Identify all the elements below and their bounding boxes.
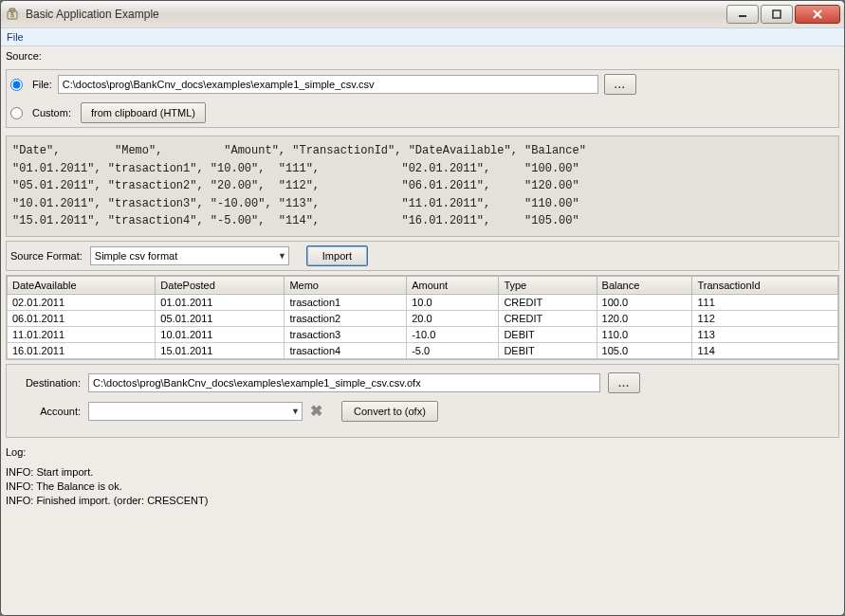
source-file-radio[interactable] bbox=[10, 79, 23, 91]
source-custom-radio[interactable] bbox=[10, 107, 23, 119]
column-header[interactable]: DateAvailable bbox=[8, 276, 156, 294]
table-row[interactable]: 06.01.201105.01.2011trasaction220.0CREDI… bbox=[8, 310, 838, 326]
column-header[interactable]: Memo bbox=[285, 276, 407, 294]
table-cell: 02.01.2011 bbox=[8, 294, 156, 310]
log-line: INFO: Finished import. (order: CRESCENT) bbox=[6, 494, 839, 508]
table-row[interactable]: 11.01.201110.01.2011trasaction3-10.0DEBI… bbox=[8, 326, 838, 342]
results-table-wrap: DateAvailableDatePostedMemoAmountTypeBal… bbox=[6, 275, 839, 360]
destination-label: Destination: bbox=[14, 377, 81, 389]
destination-input[interactable] bbox=[88, 373, 600, 392]
table-cell: -5.0 bbox=[407, 342, 499, 358]
source-format-value: Simple csv format bbox=[95, 250, 177, 262]
destination-panel: Destination: ... Account: ▼ ✖ Convert to… bbox=[6, 364, 839, 438]
table-cell: 16.01.2011 bbox=[8, 342, 156, 358]
column-header[interactable]: Type bbox=[499, 276, 597, 294]
source-format-label: Source Format: bbox=[10, 250, 83, 262]
app-icon: $ bbox=[5, 7, 20, 22]
account-label: Account: bbox=[14, 406, 81, 417]
minimize-button[interactable] bbox=[726, 5, 759, 24]
chevron-down-icon: ▼ bbox=[278, 251, 286, 261]
table-cell: 112 bbox=[692, 310, 838, 326]
table-cell: 100.0 bbox=[597, 294, 692, 310]
table-cell: trasaction3 bbox=[285, 326, 407, 342]
source-preview: "Date", "Memo", "Amount", "TransactionId… bbox=[6, 136, 839, 237]
table-cell: DEBIT bbox=[499, 342, 597, 358]
table-cell: 110.0 bbox=[597, 326, 692, 342]
from-clipboard-button[interactable]: from clipboard (HTML) bbox=[81, 102, 206, 123]
table-cell: DEBIT bbox=[499, 326, 597, 342]
source-label: Source: bbox=[6, 50, 839, 62]
table-cell: 10.0 bbox=[407, 294, 499, 310]
maximize-button[interactable] bbox=[761, 5, 793, 24]
log-label: Log: bbox=[6, 445, 839, 460]
table-cell: trasaction1 bbox=[285, 294, 407, 310]
app-window: $ Basic Application Example File Source:… bbox=[0, 0, 845, 616]
table-cell: 111 bbox=[692, 294, 838, 310]
import-button[interactable]: Import bbox=[306, 245, 368, 266]
source-panel: File: ... Custom: from clipboard (HTML) bbox=[6, 69, 839, 128]
log-area: Log: INFO: Start import.INFO: The Balanc… bbox=[6, 445, 839, 507]
browse-source-button[interactable]: ... bbox=[604, 74, 636, 95]
svg-rect-4 bbox=[773, 10, 781, 18]
source-format-select[interactable]: Simple csv format ▼ bbox=[90, 246, 289, 265]
account-select[interactable]: ▼ bbox=[88, 402, 303, 421]
table-cell: CREDIT bbox=[499, 310, 597, 326]
menu-file[interactable]: File bbox=[7, 31, 24, 43]
window-controls bbox=[725, 5, 840, 24]
clear-account-icon[interactable]: ✖ bbox=[310, 402, 322, 420]
table-cell: trasaction4 bbox=[285, 342, 407, 358]
table-cell: CREDIT bbox=[499, 294, 597, 310]
browse-destination-button[interactable]: ... bbox=[608, 372, 640, 393]
table-cell: 10.01.2011 bbox=[156, 326, 285, 342]
table-cell: 105.0 bbox=[597, 342, 692, 358]
results-table: DateAvailableDatePostedMemoAmountTypeBal… bbox=[7, 276, 838, 359]
log-line: INFO: Start import. bbox=[6, 465, 839, 480]
table-cell: 11.01.2011 bbox=[8, 326, 156, 342]
titlebar: $ Basic Application Example bbox=[1, 1, 844, 27]
table-cell: 05.01.2011 bbox=[156, 310, 285, 326]
table-cell: -10.0 bbox=[407, 326, 499, 342]
table-cell: 113 bbox=[692, 326, 838, 342]
convert-button[interactable]: Convert to (ofx) bbox=[341, 401, 438, 422]
column-header[interactable]: TransactionId bbox=[692, 276, 838, 294]
column-header[interactable]: Amount bbox=[407, 276, 499, 294]
content-area: Source: File: ... Custom: from clipboard… bbox=[1, 46, 844, 615]
window-title: Basic Application Example bbox=[26, 8, 725, 21]
column-header[interactable]: Balance bbox=[597, 276, 692, 294]
chevron-down-icon: ▼ bbox=[291, 407, 300, 416]
table-cell: 20.0 bbox=[407, 310, 499, 326]
table-cell: 114 bbox=[692, 342, 838, 358]
log-line: INFO: The Balance is ok. bbox=[6, 480, 839, 494]
table-cell: 120.0 bbox=[597, 310, 692, 326]
column-header[interactable]: DatePosted bbox=[156, 276, 285, 294]
table-row[interactable]: 16.01.201115.01.2011trasaction4-5.0DEBIT… bbox=[8, 342, 838, 358]
source-file-label: File: bbox=[32, 79, 52, 90]
table-cell: trasaction2 bbox=[285, 310, 407, 326]
table-cell: 15.01.2011 bbox=[156, 342, 285, 358]
table-cell: 06.01.2011 bbox=[8, 310, 156, 326]
close-button[interactable] bbox=[795, 5, 840, 24]
source-custom-label: Custom: bbox=[32, 107, 71, 118]
menubar: File bbox=[1, 27, 844, 46]
svg-text:$: $ bbox=[10, 11, 14, 18]
table-cell: 01.01.2011 bbox=[156, 294, 285, 310]
format-panel: Source Format: Simple csv format ▼ Impor… bbox=[6, 241, 839, 271]
table-row[interactable]: 02.01.201101.01.2011trasaction110.0CREDI… bbox=[8, 294, 838, 310]
source-file-input[interactable] bbox=[58, 75, 598, 94]
